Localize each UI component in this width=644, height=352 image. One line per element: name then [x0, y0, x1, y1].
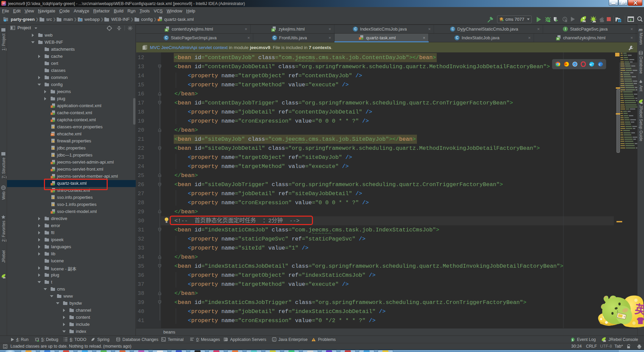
svg-text:JR: JR: [3, 276, 5, 279]
svg-text:JR: JR: [603, 340, 606, 342]
svg-text:JR: JR: [592, 20, 596, 23]
svg-text:JR: JR: [640, 102, 643, 104]
svg-text:J: J: [273, 338, 275, 341]
svg-text:1: 1: [572, 338, 574, 341]
svg-text:JR: JR: [582, 20, 586, 23]
svg-text:英: 英: [634, 302, 644, 317]
